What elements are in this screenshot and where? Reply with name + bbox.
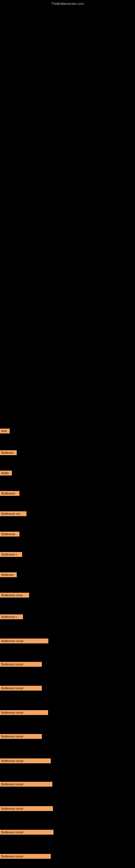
bottleneck-label-15: Bottleneck result	[0, 734, 42, 739]
bottleneck-item-15: Bottleneck result	[0, 734, 42, 740]
bottleneck-label-20: Bottleneck result	[0, 854, 51, 859]
bottleneck-item-10: Bottleneck r	[0, 614, 23, 620]
bottleneck-item-16: Bottleneck result	[0, 758, 51, 764]
bottleneck-label-18: Bottleneck result	[0, 806, 53, 811]
bottleneck-item-11: Bottleneck result	[0, 639, 48, 645]
bottleneck-label-1: Bott	[0, 429, 10, 433]
bottleneck-item-2: Bottlenec	[0, 450, 17, 456]
bottleneck-label-9: Bottleneck resul	[0, 593, 29, 597]
bottleneck-item-1: Bott	[0, 429, 10, 435]
bottleneck-item-18: Bottleneck result	[0, 806, 53, 812]
bottleneck-item-12: Bottleneck result	[0, 662, 42, 668]
bottleneck-item-17: Bottleneck result	[0, 782, 52, 788]
bottleneck-item-14: Bottleneck result	[0, 710, 48, 716]
bottleneck-label-14: Bottleneck result	[0, 710, 48, 715]
bottleneck-item-19: Bottleneck result	[0, 830, 53, 836]
bottleneck-item-6: Bottleneck	[0, 532, 19, 538]
bottleneck-label-17: Bottleneck result	[0, 782, 52, 786]
bottleneck-item-8: Bottlenec	[0, 572, 17, 578]
bottleneck-item-3: Bottle	[0, 471, 12, 476]
bottleneck-label-7: Bottleneck r	[0, 552, 22, 557]
bottleneck-label-3: Bottle	[0, 471, 12, 475]
bottleneck-label-12: Bottleneck result	[0, 662, 42, 667]
bottleneck-item-5: Bottleneck res	[0, 511, 27, 517]
bottleneck-item-9: Bottleneck resul	[0, 593, 29, 599]
bottleneck-item-20: Bottleneck result	[0, 854, 51, 860]
bottleneck-label-16: Bottleneck result	[0, 758, 51, 763]
bottleneck-label-10: Bottleneck r	[0, 614, 23, 619]
bottleneck-label-2: Bottlenec	[0, 450, 17, 455]
bottleneck-label-6: Bottleneck	[0, 532, 19, 536]
bottleneck-item-4: Bottleneck	[0, 491, 19, 497]
bottleneck-label-8: Bottlenec	[0, 572, 17, 577]
bottleneck-item-13: Bottleneck result	[0, 686, 42, 692]
bottleneck-label-5: Bottleneck res	[0, 511, 27, 516]
bottleneck-label-13: Bottleneck result	[0, 686, 42, 691]
bottleneck-item-7: Bottleneck r	[0, 552, 22, 558]
bottleneck-label-4: Bottleneck	[0, 491, 19, 496]
bottleneck-label-19: Bottleneck result	[0, 830, 53, 835]
bottleneck-label-11: Bottleneck result	[0, 639, 48, 643]
